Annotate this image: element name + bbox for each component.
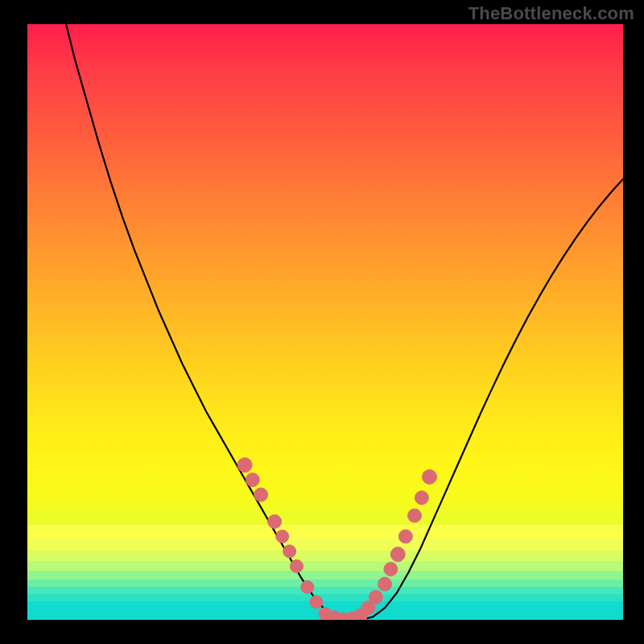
data-point-marker <box>384 563 398 576</box>
data-point-marker <box>369 590 382 604</box>
plot-area <box>27 24 623 620</box>
data-point-marker <box>237 458 252 473</box>
data-point-marker <box>246 473 259 487</box>
data-point-marker <box>254 488 268 502</box>
data-point-marker <box>268 514 282 528</box>
data-point-marker <box>398 530 412 543</box>
chart-frame: TheBottleneck.com <box>0 0 644 644</box>
watermark-text: TheBottleneck.com <box>469 3 634 24</box>
marker-group <box>237 458 436 620</box>
data-point-marker <box>390 547 405 562</box>
data-point-marker <box>276 530 289 543</box>
data-point-marker <box>301 580 314 593</box>
chart-svg <box>27 24 623 620</box>
data-point-marker <box>290 559 303 572</box>
data-point-marker <box>408 509 422 522</box>
data-point-marker <box>378 577 392 591</box>
data-point-marker <box>310 596 323 609</box>
data-point-marker <box>283 545 296 558</box>
bottleneck-curve <box>27 24 623 620</box>
data-point-marker <box>415 491 428 505</box>
data-point-marker <box>423 469 437 484</box>
